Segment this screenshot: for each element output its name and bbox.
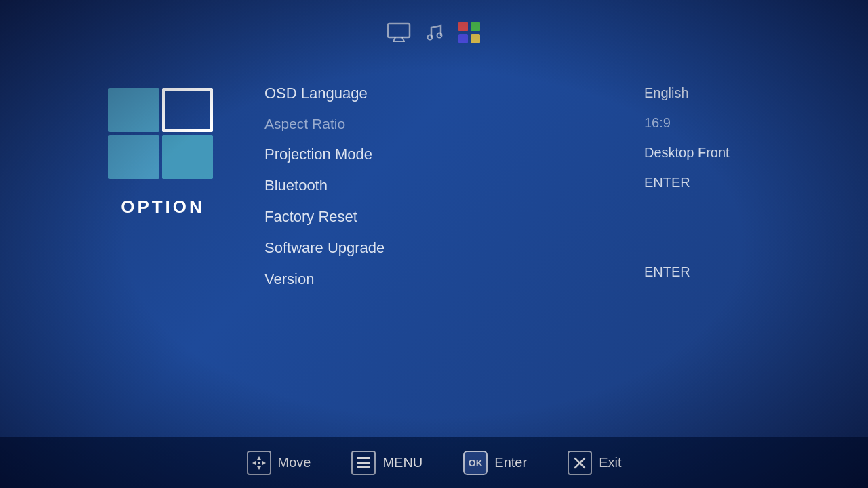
menu-item-bluetooth[interactable]: Bluetooth — [264, 170, 617, 201]
bottom-bar: Move MENU OK Enter Exit — [0, 437, 868, 488]
svg-rect-15 — [357, 457, 370, 459]
menu-button[interactable]: MENU — [351, 451, 422, 475]
value-projection-mode: Desktop Front — [644, 138, 780, 167]
logo-square-br — [162, 135, 213, 179]
value-osd-language: English — [644, 78, 780, 108]
ok-icon: OK — [463, 451, 488, 475]
svg-marker-10 — [257, 456, 261, 460]
svg-rect-9 — [471, 34, 480, 43]
main-content: OPTION OSD Language Aspect Ratio Project… — [88, 75, 780, 295]
menu-item-factory-reset[interactable]: Factory Reset — [264, 201, 617, 232]
grid-app-icon[interactable] — [457, 20, 481, 45]
monitor-icon[interactable] — [387, 22, 411, 43]
move-label: Move — [278, 455, 311, 470]
option-logo — [108, 88, 217, 183]
value-factory-reset — [644, 197, 780, 227]
value-software-upgrade — [644, 227, 780, 257]
menu-icon — [351, 451, 376, 475]
logo-square-tl — [108, 88, 159, 132]
svg-marker-12 — [252, 461, 256, 465]
values-section: English 16:9 Desktop Front ENTER ENTER — [644, 75, 780, 287]
option-section: OPTION — [88, 75, 237, 218]
svg-rect-16 — [357, 462, 370, 464]
top-bar — [0, 20, 868, 45]
value-aspect-ratio: 16:9 — [644, 108, 780, 138]
screen: OPTION OSD Language Aspect Ratio Project… — [0, 0, 868, 488]
move-button[interactable]: Move — [247, 451, 311, 475]
menu-item-software-upgrade[interactable]: Software Upgrade — [264, 232, 617, 264]
exit-label: Exit — [599, 455, 621, 470]
menu-label: MENU — [382, 455, 422, 470]
exit-button[interactable]: Exit — [568, 451, 621, 475]
music-icon[interactable] — [425, 22, 443, 43]
value-version: ENTER — [644, 257, 780, 287]
enter-label: Enter — [494, 455, 527, 470]
logo-square-tr — [162, 88, 213, 132]
svg-point-14 — [258, 462, 260, 464]
menu-item-version[interactable]: Version — [264, 264, 617, 295]
svg-rect-7 — [471, 22, 480, 31]
logo-square-bl — [108, 135, 159, 179]
svg-rect-17 — [357, 466, 370, 468]
svg-marker-11 — [257, 466, 261, 470]
menu-section: OSD Language Aspect Ratio Projection Mod… — [264, 75, 617, 295]
menu-item-aspect-ratio[interactable]: Aspect Ratio — [264, 109, 617, 139]
svg-rect-6 — [458, 22, 468, 31]
svg-rect-8 — [458, 34, 468, 43]
exit-icon — [568, 451, 592, 475]
svg-rect-0 — [388, 24, 410, 37]
value-bluetooth: ENTER — [644, 167, 780, 197]
dpad-icon — [247, 451, 271, 475]
svg-marker-13 — [262, 461, 266, 465]
menu-item-projection-mode[interactable]: Projection Mode — [264, 139, 617, 170]
menu-item-osd-language[interactable]: OSD Language — [264, 78, 617, 109]
enter-button[interactable]: OK Enter — [463, 451, 527, 475]
option-label: OPTION — [121, 197, 205, 218]
